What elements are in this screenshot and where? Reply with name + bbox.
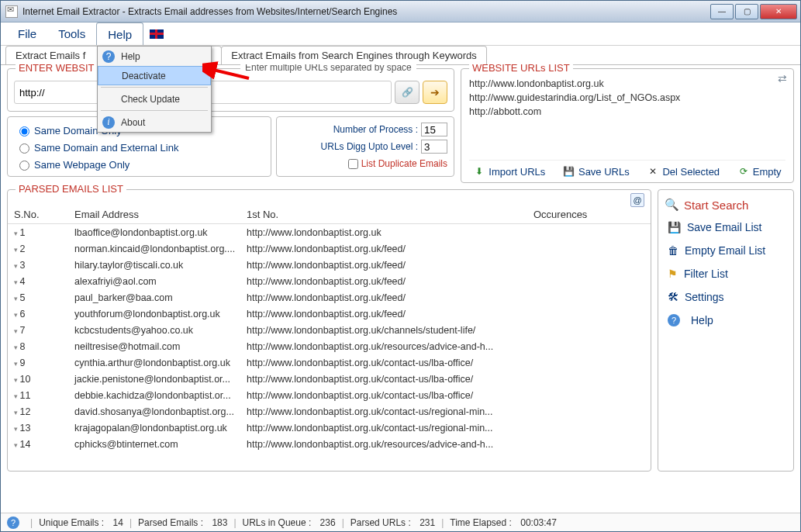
app-icon xyxy=(5,5,18,18)
table-row[interactable]: 14cphicks@btinternet.comhttp://www.londo… xyxy=(8,436,651,452)
status-queue-label: URLs in Queue : xyxy=(243,517,312,528)
menu-help[interactable]: Help xyxy=(96,22,143,45)
cell-url: http://www.londonbaptist.org.uk/feed/ xyxy=(247,244,533,254)
cell-url: http://www.londonbaptist.org.uk/feed/ xyxy=(247,292,533,303)
minimize-button[interactable]: — xyxy=(710,4,734,19)
col-occ[interactable]: Occurences xyxy=(533,209,644,220)
status-time-label: Time Elapsed : xyxy=(450,517,512,528)
cell-url: http://www.londonbaptist.org.uk/contact-… xyxy=(247,390,533,401)
save-email-list-button[interactable]: 💾Save Email List xyxy=(665,219,787,235)
col-sno[interactable]: S.No. xyxy=(14,209,74,220)
flag-icon[interactable] xyxy=(150,29,164,39)
enter-url-panel: ENTER WEBSIT Enter multiple URLs separat… xyxy=(7,68,454,112)
status-unique-label: Unique Emails : xyxy=(39,517,104,528)
filter-icon: ⚑ xyxy=(668,268,678,280)
table-row[interactable]: 12david.shosanya@londonbaptist.org...htt… xyxy=(8,403,651,420)
maximize-button[interactable]: ▢ xyxy=(735,4,758,19)
import-urls-button[interactable]: ⬇Import URLs xyxy=(473,165,545,178)
col-email[interactable]: Email Address xyxy=(74,209,247,220)
status-help-icon[interactable]: ? xyxy=(7,516,19,529)
table-row[interactable]: 5paul_barker@baa.comhttp://www.londonbap… xyxy=(8,289,651,306)
menu-file[interactable]: File xyxy=(7,22,47,45)
go-button[interactable]: ➔ xyxy=(423,81,447,104)
url-list[interactable]: http://www.londonbaptist.org.ukhttp://ww… xyxy=(469,77,785,160)
table-row[interactable]: 9cynthia.arthur@londonbaptist.org.ukhttp… xyxy=(8,354,651,371)
radio-same-external[interactable]: Same Domain and External Link xyxy=(16,139,263,156)
table-row[interactable]: 11debbie.kachidza@londonbaptist.or...htt… xyxy=(8,387,651,403)
cell-email: neiltresise@hotmail.com xyxy=(74,341,247,352)
menu-separator xyxy=(101,87,208,88)
table-row[interactable]: 1lbaoffice@londonbaptist.org.ukhttp://ww… xyxy=(8,224,651,240)
col-url[interactable]: 1st No. xyxy=(247,209,533,220)
cell-email: cynthia.arthur@londonbaptist.org.uk xyxy=(74,358,247,368)
cell-sno: 5 xyxy=(14,292,74,303)
menubar: File Tools Help xyxy=(1,22,800,46)
num-process-row: Number of Process : xyxy=(283,122,447,137)
status-purls-value: 231 xyxy=(419,517,435,528)
cell-email: norman.kincaid@londonbaptist.org.... xyxy=(74,244,247,254)
close-button[interactable]: ✕ xyxy=(760,4,797,19)
help-icon: ? xyxy=(668,314,680,326)
empty-button[interactable]: ⟳Empty xyxy=(737,165,782,178)
digg-level-input[interactable] xyxy=(421,140,447,154)
table-row[interactable]: 2norman.kincaid@londonbaptist.org....htt… xyxy=(8,240,651,257)
tab-extract-keywords[interactable]: Extract Emails from Search Engines throu… xyxy=(221,46,486,64)
cell-url: http://www.londonbaptist.org.uk/resource… xyxy=(247,439,533,450)
cell-url: http://www.londonbaptist.org.uk/resource… xyxy=(247,341,533,352)
window-controls: — ▢ ✕ xyxy=(710,4,800,19)
cell-sno: 4 xyxy=(14,276,74,287)
cell-email: lbaoffice@londonbaptist.org.uk xyxy=(74,227,247,238)
titlebar: Internet Email Extractor - Extracts Emai… xyxy=(1,1,800,22)
cell-sno: 14 xyxy=(14,439,74,450)
url-list-panel: WEBSITE URLs LIST ⇄ http://www.londonbap… xyxy=(461,68,794,183)
help-menu-deactivate[interactable]: Deactivate xyxy=(98,66,211,85)
table-row[interactable]: 13krajagopalan@londonbaptist.org.ukhttp:… xyxy=(8,420,651,436)
save-urls-button[interactable]: 💾Save URLs xyxy=(563,165,630,178)
parsed-title: PARSED EMAILS LIST xyxy=(16,183,126,195)
right-column: WEBSITE URLs LIST ⇄ http://www.londonbap… xyxy=(461,68,794,183)
cell-sno: 7 xyxy=(14,325,74,336)
start-search-button[interactable]: 🔍Start Search xyxy=(665,198,787,212)
cell-email: jackie.penistone@londonbaptist.or... xyxy=(74,374,247,385)
url-list-item[interactable]: http://abbott.com xyxy=(469,105,785,119)
cell-sno: 1 xyxy=(14,227,74,238)
help-menu-deactivate-label: Deactivate xyxy=(122,71,166,81)
table-row[interactable]: 4alexafriyi@aol.comhttp://www.londonbapt… xyxy=(8,273,651,289)
del-selected-button[interactable]: ✕Del Selected xyxy=(647,165,720,178)
import-icon: ⬇ xyxy=(473,165,485,178)
dup-check-row[interactable]: List Duplicate Emails xyxy=(283,156,447,171)
table-row[interactable]: 3hilary.taylor@tiscali.co.ukhttp://www.l… xyxy=(8,257,651,273)
url-list-corner-icon[interactable]: ⇄ xyxy=(778,72,787,85)
help-menu-check-update[interactable]: Check Update xyxy=(98,89,211,109)
url-list-item[interactable]: http://www.guidestarindia.org/List_of_NG… xyxy=(469,91,785,105)
radio-same-webpage[interactable]: Same Webpage Only xyxy=(16,156,263,173)
cell-sno: 12 xyxy=(14,406,74,417)
status-time-value: 00:03:47 xyxy=(520,517,557,528)
email-icon[interactable]: @ xyxy=(630,193,644,207)
filter-list-button[interactable]: ⚑Filter List xyxy=(665,266,787,282)
menu-tools[interactable]: Tools xyxy=(47,22,96,45)
table-row[interactable]: 8neiltresise@hotmail.comhttp://www.londo… xyxy=(8,338,651,354)
empty-list-icon: 🗑 xyxy=(668,244,678,257)
table-row[interactable]: 6youthforum@londonbaptist.org.ukhttp://w… xyxy=(8,306,651,322)
url-list-item[interactable]: http://www.londonbaptist.org.uk xyxy=(469,77,785,91)
table-row[interactable]: 7kcbcstudents@yahoo.co.ukhttp://www.lond… xyxy=(8,322,651,338)
help-button[interactable]: ?Help xyxy=(665,313,787,328)
num-process-input[interactable] xyxy=(421,123,447,136)
table-body[interactable]: 1lbaoffice@londonbaptist.org.ukhttp://ww… xyxy=(8,224,651,471)
empty-email-list-button[interactable]: 🗑Empty Email List xyxy=(665,243,787,258)
parsed-section: PARSED EMAILS LIST @ S.No. Email Address… xyxy=(7,189,794,472)
settings-icon: 🛠 xyxy=(668,291,678,303)
link-button[interactable]: 🔗 xyxy=(395,81,419,104)
cell-sno: 13 xyxy=(14,423,74,434)
help-menu-about[interactable]: i About xyxy=(98,112,211,132)
arrow-right-icon: ➔ xyxy=(430,86,440,98)
cell-email: hilary.taylor@tiscali.co.uk xyxy=(74,260,247,271)
status-parsed-value: 183 xyxy=(212,517,227,528)
help-menu-help[interactable]: ? Help xyxy=(98,47,211,66)
table-row[interactable]: 10jackie.penistone@londonbaptist.or...ht… xyxy=(8,371,651,387)
help-menu-check-label: Check Update xyxy=(121,94,180,105)
settings-button[interactable]: 🛠Settings xyxy=(665,289,787,305)
cell-url: http://www.londonbaptist.org.uk/contact-… xyxy=(247,374,533,385)
status-parsed-label: Parsed Emails : xyxy=(138,517,203,528)
